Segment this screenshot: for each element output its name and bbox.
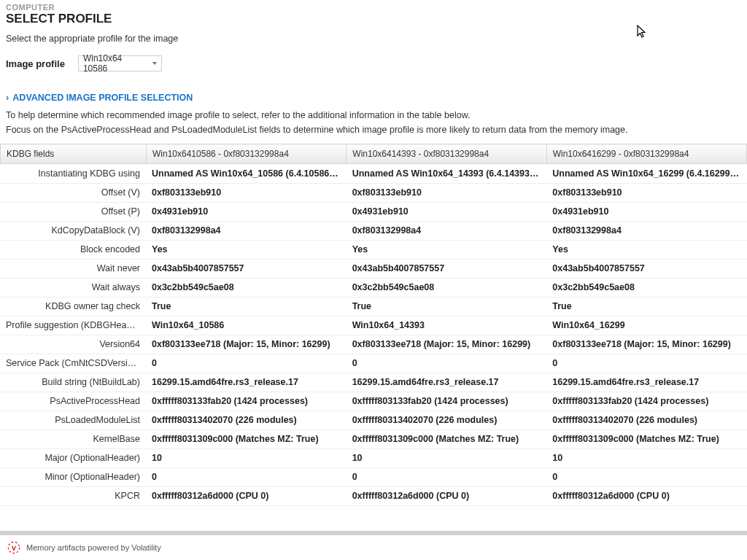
table-row: Version640xf803133ee718 (Major: 15, Mino… (0, 335, 747, 354)
table-row: PsLoadedModuleList0xfffff80313402070 (22… (0, 411, 747, 429)
field-value: 0 (347, 354, 547, 373)
field-value: 0xfffff803133fab20 (1424 processes) (146, 392, 347, 411)
field-value: 0 (347, 467, 547, 486)
field-value: 0 (546, 467, 747, 486)
field-value: 0x3c2bb549c5ae08 (347, 278, 547, 297)
table-row: KernelBase0xfffff8031309c000 (Matches MZ… (0, 429, 747, 448)
field-value: 0x4931eb910 (347, 202, 547, 221)
table-row: Wait always0x3c2bb549c5ae080x3c2bb549c5a… (0, 278, 747, 297)
field-value: True (347, 297, 547, 316)
col-header-profile-1[interactable]: Win10x6410586 - 0xf803132998a4 (147, 144, 347, 164)
field-value: Win10x64_10586 (146, 316, 347, 335)
field-label: Version64 (0, 335, 146, 354)
table-row: Offset (V)0xf803133eb9100xf803133eb9100x… (0, 183, 747, 202)
table-row: Offset (P)0x4931eb9100x4931eb9100x4931eb… (0, 202, 747, 221)
footer-text: Memory artifacts powered by Volatility (26, 543, 161, 552)
field-label: Instantiating KDBG using (0, 164, 146, 183)
field-value: 0 (146, 354, 347, 373)
field-value: 0x43ab5b4007857557 (146, 259, 347, 278)
field-label: Major (OptionalHeader) (0, 448, 146, 467)
field-value: 10 (546, 448, 747, 467)
field-label: Wait never (0, 259, 146, 278)
field-value: Yes (347, 240, 547, 259)
table-body: Instantiating KDBG usingUnnamed AS Win10… (0, 164, 747, 505)
field-label: KdCopyDataBlock (V) (0, 221, 146, 240)
field-value: True (146, 297, 347, 316)
field-value: 0xfffff80312a6d000 (CPU 0) (347, 486, 547, 505)
image-profile-label: Image profile (6, 58, 65, 69)
volatility-icon: V (7, 541, 20, 554)
field-label: PsLoadedModuleList (0, 411, 146, 429)
table-row: KPCR0xfffff80312a6d000 (CPU 0)0xfffff803… (0, 486, 747, 505)
field-label: Profile suggestion (KDBGHeader) (0, 316, 146, 335)
image-profile-selected: Win10x64 10586 (83, 53, 147, 74)
field-value: 0xf803133ee718 (Major: 15, Minor: 16299) (347, 335, 547, 354)
advanced-profile-toggle[interactable]: › ADVANCED IMAGE PROFILE SELECTION (0, 92, 747, 103)
field-value: 0xfffff80313402070 (226 modules) (347, 411, 547, 429)
field-label: KPCR (0, 486, 146, 505)
field-value: 16299.15.amd64fre.rs3_release.17 (347, 373, 547, 392)
field-value: 0xfffff80313402070 (226 modules) (146, 411, 347, 429)
field-value: 0x3c2bb549c5ae08 (546, 278, 747, 297)
field-value: 0xf803133eb910 (146, 183, 347, 202)
field-value: 0xfffff80312a6d000 (CPU 0) (146, 486, 347, 505)
field-value: 0xf803133eb910 (347, 183, 547, 202)
field-label: Block encoded (0, 240, 146, 259)
field-value: 0xf803132998a4 (347, 221, 547, 240)
field-value: Yes (146, 240, 347, 259)
field-value: 10 (347, 448, 547, 467)
field-value: 0xf803133ee718 (Major: 15, Minor: 16299) (546, 335, 747, 354)
footer: V Memory artifacts powered by Volatility (0, 531, 747, 560)
field-value: 0xfffff8031309c000 (Matches MZ: True) (347, 429, 547, 448)
field-value: 0xfffff8031309c000 (Matches MZ: True) (146, 429, 347, 448)
field-value: 0xfffff803133fab20 (1424 processes) (546, 392, 747, 411)
table-row: KDBG owner tag checkTrueTrueTrue (0, 297, 747, 316)
field-value: Win10x64_16299 (546, 316, 747, 335)
col-header-profile-2[interactable]: Win10x6414393 - 0xf803132998a4 (347, 144, 546, 164)
table-row: Major (OptionalHeader)101010 (0, 448, 747, 467)
table-row: Profile suggestion (KDBGHeader)Win10x64_… (0, 316, 747, 335)
field-label: Minor (OptionalHeader) (0, 467, 146, 486)
col-header-profile-3[interactable]: Win10x6416299 - 0xf803132998a4 (546, 144, 746, 164)
col-header-field[interactable]: KDBG fields (1, 144, 147, 164)
field-value: 0x4931eb910 (546, 202, 747, 221)
field-value: 0xfffff80313402070 (226 modules) (546, 411, 747, 429)
field-value: 0xfffff803133fab20 (1424 processes) (347, 392, 547, 411)
field-label: PsActiveProcessHead (0, 392, 146, 411)
svg-text:V: V (12, 545, 16, 552)
field-label: Offset (V) (0, 183, 146, 202)
field-label: KernelBase (0, 429, 146, 448)
table-row: Build string (NtBuildLab)16299.15.amd64f… (0, 373, 747, 392)
field-value: 0xf803132998a4 (546, 221, 747, 240)
breadcrumb: COMPUTER (6, 3, 741, 12)
image-profile-dropdown[interactable]: Win10x64 10586 (78, 55, 162, 71)
chevron-right-icon: › (6, 92, 9, 103)
field-value: 16299.15.amd64fre.rs3_release.17 (146, 373, 347, 392)
field-label: Build string (NtBuildLab) (0, 373, 146, 392)
page-title: SELECT PROFILE (6, 12, 741, 26)
field-value: 0 (546, 354, 747, 373)
kdbg-table-wrap: KDBG fields Win10x6410586 - 0xf803132998… (0, 144, 747, 506)
field-value: True (546, 297, 747, 316)
table-row: Instantiating KDBG usingUnnamed AS Win10… (0, 164, 747, 183)
table-row: Minor (OptionalHeader)000 (0, 467, 747, 486)
field-value: 0x43ab5b4007857557 (546, 259, 747, 278)
table-header-row: KDBG fields Win10x6410586 - 0xf803132998… (1, 144, 747, 164)
field-value: 0xfffff80312a6d000 (CPU 0) (546, 486, 747, 505)
field-value: 16299.15.amd64fre.rs3_release.17 (546, 373, 747, 392)
field-value: Yes (546, 240, 747, 259)
field-value: 0xf803133eb910 (546, 183, 747, 202)
field-value: 0x3c2bb549c5ae08 (146, 278, 347, 297)
help-text-1: To help determine which recommended imag… (0, 110, 747, 120)
field-value: 10 (146, 448, 347, 467)
table-row: Wait never0x43ab5b40078575570x43ab5b4007… (0, 259, 747, 278)
field-value: 0x43ab5b4007857557 (347, 259, 547, 278)
field-value: Unnamed AS Win10x64_16299 (6.4.16299 64b… (546, 164, 747, 183)
field-value: Unnamed AS Win10x64_10586 (6.4.10586 64b… (146, 164, 347, 183)
kdbg-table: KDBG fields Win10x6410586 - 0xf803132998… (0, 144, 747, 164)
field-value: 0xf803133ee718 (Major: 15, Minor: 16299) (146, 335, 347, 354)
table-row: Block encodedYesYesYes (0, 240, 747, 259)
table-scroll-area[interactable]: Instantiating KDBG usingUnnamed AS Win10… (0, 164, 747, 506)
field-label: Service Pack (CmNtCSDVersion) (0, 354, 146, 373)
field-value: Unnamed AS Win10x64_14393 (6.4.14393 64b… (347, 164, 547, 183)
